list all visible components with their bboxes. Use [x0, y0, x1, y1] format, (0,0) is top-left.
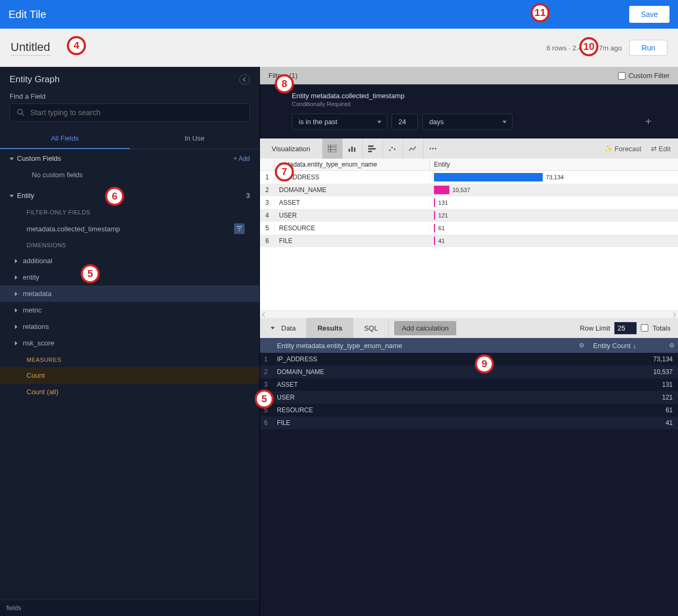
totals-checkbox[interactable]	[641, 324, 648, 332]
filter-field-row[interactable]: metadata.collected_timestamp	[0, 220, 259, 238]
results-row[interactable]: 4USER121	[260, 391, 678, 404]
annotation-6: 6	[105, 187, 124, 206]
custom-fields-header[interactable]: Custom Fields + Add	[0, 149, 259, 168]
filter-unit-select[interactable]: days	[422, 114, 512, 130]
svg-rect-11	[368, 151, 372, 152]
search-input[interactable]	[30, 108, 243, 117]
sql-tab[interactable]: SQL	[353, 318, 389, 338]
filter-body: Entity metadata.collected_timestamp Cond…	[260, 84, 678, 138]
viz-row[interactable]: 4USER121	[260, 209, 678, 222]
viz-table-icon[interactable]	[322, 138, 342, 159]
dimension-metadata[interactable]: metadata	[0, 285, 259, 302]
results-row[interactable]: 5RESOURCE61	[260, 404, 678, 417]
viz-scatter-icon[interactable]	[383, 138, 403, 159]
dimensions-heading: DIMENSIONS	[0, 238, 259, 253]
measure-count-all[interactable]: Count (all)	[0, 384, 259, 400]
viz-edit-button[interactable]: ⇄ Edit	[651, 145, 671, 153]
viz-row[interactable]: 2DOMAIN_NAME10,537	[260, 184, 678, 196]
svg-rect-10	[368, 148, 376, 150]
filter-icon[interactable]	[234, 223, 245, 234]
add-custom-field[interactable]: + Add	[233, 155, 250, 162]
caret-right-icon	[15, 325, 18, 329]
left-footer: fields	[0, 600, 259, 616]
caret-down-icon	[502, 120, 507, 123]
svg-point-15	[430, 148, 431, 150]
tab-all-fields[interactable]: All Fields	[0, 128, 130, 149]
caret-right-icon	[15, 308, 18, 313]
totals-label: Totals	[653, 324, 671, 332]
tile-name[interactable]: Untitled	[11, 40, 50, 56]
filter-operator-select[interactable]: is in the past	[292, 114, 387, 130]
results-row[interactable]: 6FILE41	[260, 417, 678, 429]
dimension-additional[interactable]: additional	[0, 253, 259, 269]
viz-row[interactable]: 6FILE41	[260, 235, 678, 247]
filter-required-label: Conditionally Required	[292, 101, 667, 107]
svg-point-0	[18, 109, 22, 114]
svg-point-16	[432, 148, 434, 150]
results-row[interactable]: 3ASSET131	[260, 378, 678, 391]
gear-icon[interactable]: ⚙	[579, 342, 585, 349]
collapse-icon[interactable]	[239, 74, 250, 85]
viz-col1-header[interactable]: metadata.entity_type_enum_name	[275, 159, 430, 170]
forecast-button[interactable]: ✨ Forecast	[604, 145, 641, 153]
row-limit-label: Row Limit	[580, 324, 610, 332]
annotation-8: 8	[275, 74, 294, 93]
caret-down-icon	[377, 120, 381, 123]
save-button[interactable]: Save	[629, 6, 670, 23]
dimension-metric[interactable]: metric	[0, 302, 259, 318]
custom-filter-checkbox[interactable]	[618, 72, 625, 80]
filter-value-input[interactable]	[392, 114, 418, 130]
caret-right-icon	[15, 275, 18, 280]
viz-row[interactable]: 1IP_ADDRESS73,134	[260, 171, 678, 184]
dimension-entity[interactable]: entity	[0, 269, 259, 285]
measure-count[interactable]: Count	[0, 367, 259, 384]
field-panel: Entity Graph Find a Field All Fields In …	[0, 67, 260, 616]
dimension-relations[interactable]: relations	[0, 318, 259, 335]
entity-section-header[interactable]: Entity 3	[0, 186, 259, 205]
viz-bar-icon[interactable]	[342, 138, 362, 159]
filter-only-heading: FILTER-ONLY FIELDS	[0, 205, 259, 220]
viz-col2-header[interactable]: Entity	[430, 159, 678, 170]
row-limit-input[interactable]	[614, 322, 637, 334]
filter-field-name: Entity metadata.collected_timestamp	[292, 92, 667, 100]
add-filter-icon[interactable]: +	[645, 116, 651, 128]
dimension-risk_score[interactable]: risk_score	[0, 335, 259, 351]
run-button[interactable]: Run	[629, 40, 667, 56]
gear-icon[interactable]: ⚙	[669, 342, 675, 349]
results-row[interactable]: 2DOMAIN_NAME10,537	[260, 366, 678, 378]
svg-rect-2	[328, 145, 336, 152]
results-tab[interactable]: Results	[307, 318, 353, 338]
viz-table: metadata.entity_type_enum_name Entity 1I…	[260, 159, 678, 318]
filters-bar[interactable]: Filters (1) Custom Filter	[260, 67, 678, 84]
results-col2[interactable]: Entity Count↓ ⚙	[588, 342, 678, 350]
page-header: Untitled 6 rows · 2.489s · 7m ago Run	[0, 29, 678, 67]
title-bar: Edit Tile Save	[0, 0, 678, 29]
viz-title: Visualization	[260, 145, 322, 153]
custom-filter-label: Custom Filter	[629, 72, 670, 80]
entity-graph-title: Entity Graph	[10, 74, 60, 85]
results-col1[interactable]: Entity metadata.entity_type_enum_name ⚙	[272, 342, 588, 350]
annotation-11: 11	[531, 3, 550, 22]
search-icon	[16, 108, 25, 117]
field-search[interactable]	[10, 103, 250, 122]
svg-point-14	[394, 149, 396, 150]
caret-down-icon	[10, 158, 14, 160]
viz-more-icon[interactable]	[423, 138, 443, 159]
svg-point-13	[392, 147, 393, 149]
h-scrollbar[interactable]	[260, 310, 678, 318]
svg-rect-8	[354, 148, 355, 152]
caret-down-icon	[10, 195, 14, 197]
viz-row[interactable]: 5RESOURCE61	[260, 222, 678, 235]
data-dropdown[interactable]: Data	[260, 318, 307, 338]
viz-line-icon[interactable]	[403, 138, 423, 159]
annotation-4: 4	[67, 36, 86, 55]
results-row[interactable]: 1IP_ADDRESS73,134	[260, 353, 678, 366]
add-calculation-button[interactable]: Add calculation	[394, 321, 456, 335]
no-custom-fields: No custom fields	[0, 168, 259, 186]
viz-row[interactable]: 3ASSET131	[260, 196, 678, 209]
viz-hbar-icon[interactable]	[362, 138, 383, 159]
annotation-9: 9	[475, 354, 494, 374]
tab-in-use[interactable]: In Use	[130, 128, 260, 149]
svg-rect-6	[349, 149, 350, 152]
caret-right-icon	[15, 292, 18, 296]
